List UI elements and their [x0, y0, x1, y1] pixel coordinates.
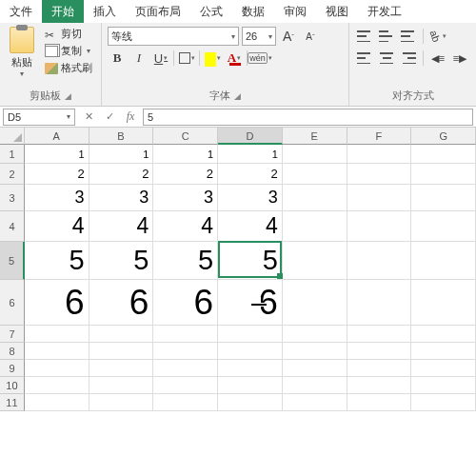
- orientation-button[interactable]: ab▾: [428, 27, 447, 46]
- cell-D5[interactable]: 5: [218, 242, 283, 280]
- row-header-6[interactable]: 6: [0, 280, 25, 326]
- row-header-10[interactable]: 10: [0, 377, 25, 394]
- cell-C2[interactable]: 2: [153, 164, 218, 185]
- select-all-corner[interactable]: [0, 128, 25, 145]
- cell-G9[interactable]: [411, 360, 476, 377]
- font-color-button[interactable]: A▾: [225, 49, 244, 68]
- cell-B6[interactable]: 6: [89, 280, 154, 326]
- cell-C10[interactable]: [153, 377, 218, 394]
- row-header-11[interactable]: 11: [0, 394, 25, 411]
- row-header-3[interactable]: 3: [0, 185, 25, 211]
- cell-E2[interactable]: [283, 164, 347, 185]
- cell-G6[interactable]: [411, 280, 476, 326]
- copy-button[interactable]: 复制▾: [42, 43, 95, 59]
- font-size-combo[interactable]: 26▾: [242, 27, 276, 46]
- cell-F8[interactable]: [347, 343, 412, 360]
- cell-E7[interactable]: [283, 326, 347, 343]
- name-box[interactable]: D5▾: [3, 109, 75, 126]
- cell-F5[interactable]: [347, 242, 412, 280]
- cell-B2[interactable]: 2: [89, 164, 154, 185]
- cell-A7[interactable]: [25, 326, 89, 343]
- cell-C5[interactable]: 5: [153, 242, 218, 280]
- cell-E9[interactable]: [283, 360, 347, 377]
- col-header-B[interactable]: B: [89, 128, 154, 145]
- decrease-font-button[interactable]: Aˇ: [301, 27, 320, 46]
- cell-G2[interactable]: [411, 164, 476, 185]
- cell-D6[interactable]: 6: [218, 280, 283, 326]
- enter-button[interactable]: ✓: [99, 109, 120, 126]
- cell-A4[interactable]: 4: [25, 211, 89, 242]
- cell-C4[interactable]: 4: [153, 211, 218, 242]
- cell-D7[interactable]: [218, 326, 283, 343]
- cell-B9[interactable]: [89, 360, 154, 377]
- cell-A5[interactable]: 5: [25, 242, 89, 280]
- cell-G7[interactable]: [411, 326, 476, 343]
- cell-F6[interactable]: [347, 280, 412, 326]
- tab-insert[interactable]: 插入: [84, 0, 126, 23]
- paste-button[interactable]: 粘贴 ▾: [6, 25, 38, 87]
- cell-D3[interactable]: 3: [218, 185, 283, 211]
- tab-data[interactable]: 数据: [232, 0, 274, 23]
- tab-view[interactable]: 视图: [316, 0, 358, 23]
- cell-G5[interactable]: [411, 242, 476, 280]
- underline-button[interactable]: U▾: [151, 49, 170, 68]
- cell-F9[interactable]: [347, 360, 412, 377]
- align-left-button[interactable]: [355, 49, 374, 68]
- italic-button[interactable]: I: [129, 49, 149, 68]
- cell-D2[interactable]: 2: [218, 164, 283, 185]
- cell-E8[interactable]: [283, 343, 347, 360]
- cell-G10[interactable]: [411, 377, 476, 394]
- align-right-button[interactable]: [399, 49, 418, 68]
- cell-F2[interactable]: [347, 164, 412, 185]
- cell-D8[interactable]: [218, 343, 283, 360]
- col-header-D[interactable]: D: [218, 128, 283, 145]
- cell-F3[interactable]: [347, 185, 412, 211]
- clipboard-expand-icon[interactable]: ◢: [65, 91, 71, 101]
- cell-F7[interactable]: [347, 326, 412, 343]
- col-header-G[interactable]: G: [411, 128, 476, 145]
- align-top-button[interactable]: [355, 27, 374, 46]
- increase-indent-button[interactable]: ≡▶: [450, 49, 469, 68]
- cell-E11[interactable]: [283, 394, 347, 411]
- cell-A8[interactable]: [25, 343, 89, 360]
- cell-B5[interactable]: 5: [89, 242, 154, 280]
- fx-button[interactable]: fx: [120, 109, 141, 126]
- spreadsheet-grid[interactable]: ABCDEFG111112222233333444445555566666789…: [0, 128, 476, 411]
- cell-C1[interactable]: 1: [153, 145, 218, 164]
- cell-A9[interactable]: [25, 360, 89, 377]
- formula-input[interactable]: 5: [143, 109, 473, 126]
- cell-D11[interactable]: [218, 394, 283, 411]
- cell-E5[interactable]: [283, 242, 347, 280]
- col-header-C[interactable]: C: [153, 128, 218, 145]
- col-header-A[interactable]: A: [25, 128, 89, 145]
- cell-C6[interactable]: 6: [153, 280, 218, 326]
- cell-F10[interactable]: [347, 377, 412, 394]
- font-expand-icon[interactable]: ◢: [234, 91, 241, 101]
- tab-layout[interactable]: 页面布局: [126, 0, 190, 23]
- cell-D9[interactable]: [218, 360, 283, 377]
- cell-E1[interactable]: [283, 145, 347, 164]
- tab-review[interactable]: 审阅: [274, 0, 316, 23]
- border-button[interactable]: ▾: [177, 49, 196, 68]
- row-header-4[interactable]: 4: [0, 211, 25, 242]
- cell-F1[interactable]: [347, 145, 412, 164]
- cell-B4[interactable]: 4: [89, 211, 154, 242]
- cell-C3[interactable]: 3: [153, 185, 218, 211]
- cell-G1[interactable]: [411, 145, 476, 164]
- cut-button[interactable]: ✂剪切: [42, 26, 95, 42]
- cell-B8[interactable]: [89, 343, 154, 360]
- row-header-5[interactable]: 5: [0, 242, 25, 280]
- cell-C9[interactable]: [153, 360, 218, 377]
- col-header-E[interactable]: E: [283, 128, 347, 145]
- cell-A11[interactable]: [25, 394, 89, 411]
- cell-A6[interactable]: 6: [25, 280, 89, 326]
- cell-G4[interactable]: [411, 211, 476, 242]
- align-middle-button[interactable]: [377, 27, 396, 46]
- cell-A2[interactable]: 2: [25, 164, 89, 185]
- tab-dev[interactable]: 开发工: [358, 0, 411, 23]
- phonetic-button[interactable]: wén▾: [250, 49, 269, 68]
- cell-B10[interactable]: [89, 377, 154, 394]
- col-header-F[interactable]: F: [347, 128, 412, 145]
- row-header-8[interactable]: 8: [0, 343, 25, 360]
- font-name-combo[interactable]: 等线▾: [108, 27, 239, 46]
